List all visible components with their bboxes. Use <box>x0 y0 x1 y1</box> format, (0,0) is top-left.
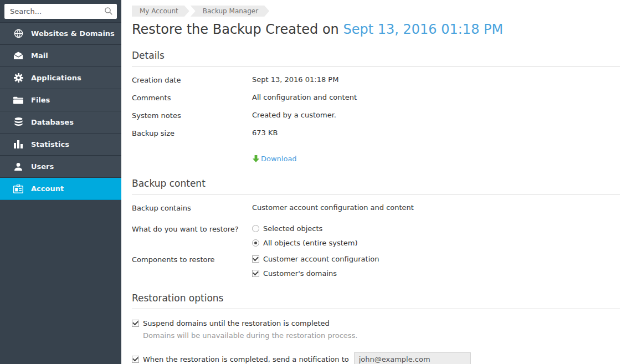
detail-row-system-notes: System notes Created by a customer. <box>132 111 620 120</box>
download-link-text[interactable]: Download <box>261 155 297 163</box>
checkbox-account-config[interactable] <box>252 255 259 263</box>
sidebar: Websites & Domains Mail Applications Fil… <box>0 0 121 364</box>
gear-icon <box>13 73 24 83</box>
folder-icon <box>13 95 24 105</box>
sidebar-nav: Websites & Domains Mail Applications Fil… <box>0 23 121 200</box>
radio-all-objects-row: All objects (entire system) <box>252 239 620 247</box>
sidebar-item-users[interactable]: Users <box>0 156 121 178</box>
main-content: My Account Backup Manager Restore the Ba… <box>121 0 621 364</box>
details-section: Details Creation date Sept 13, 2016 01:1… <box>132 50 620 163</box>
page-title-prefix: Restore the Backup Created on <box>132 22 343 37</box>
details-heading: Details <box>132 50 620 66</box>
sidebar-item-files[interactable]: Files <box>0 89 121 111</box>
backup-contains-label: Backup contains <box>132 203 252 212</box>
checkbox-account-config-label[interactable]: Customer account configuration <box>263 255 379 263</box>
sidebar-item-label: Files <box>31 96 50 104</box>
breadcrumb-backup-manager[interactable]: Backup Manager <box>191 6 269 17</box>
sidebar-item-label: Websites & Domains <box>31 29 115 38</box>
detail-row-comments: Comments All configuration and content <box>132 93 620 102</box>
sidebar-item-applications[interactable]: Applications <box>0 67 121 89</box>
sidebar-item-account[interactable]: Account <box>0 178 121 200</box>
detail-value: Created by a customer. <box>252 111 620 119</box>
checkbox-suspend-domains-label[interactable]: Suspend domains until the restoration is… <box>143 319 330 327</box>
sidebar-item-websites-domains[interactable]: Websites & Domains <box>0 23 121 45</box>
detail-row-creation-date: Creation date Sept 13, 2016 01:18 PM <box>132 75 620 84</box>
checkbox-suspend-domains[interactable] <box>132 320 139 327</box>
sidebar-item-label: Users <box>31 162 54 171</box>
database-icon <box>13 117 24 127</box>
backup-contains-row: Backup contains Customer account configu… <box>132 203 620 212</box>
breadcrumb: My Account Backup Manager <box>132 6 620 17</box>
page-title: Restore the Backup Created on Sept 13, 2… <box>132 22 620 37</box>
notification-email-input[interactable] <box>354 352 471 364</box>
restoration-options-section: Restoration options Suspend domains unti… <box>132 293 620 364</box>
checkbox-account-config-row: Customer account configuration <box>252 255 620 263</box>
sidebar-item-label: Account <box>31 184 64 193</box>
search-input[interactable] <box>4 4 117 19</box>
download-arrow-icon <box>252 155 260 163</box>
restore-scope-label: What do you want to restore? <box>132 224 252 233</box>
checkbox-send-notification-label[interactable]: When the restoration is completed, send … <box>143 355 349 363</box>
backup-contains-value: Customer account configuration and conte… <box>252 203 620 212</box>
id-card-icon <box>13 184 24 194</box>
radio-selected-objects-row: Selected objects <box>252 224 620 233</box>
sidebar-item-mail[interactable]: Mail <box>0 45 121 67</box>
download-link[interactable]: Download <box>252 155 297 163</box>
sidebar-item-label: Applications <box>31 74 81 82</box>
detail-label: System notes <box>132 111 252 120</box>
detail-value: Sept 13, 2016 01:18 PM <box>252 75 620 84</box>
checkbox-send-notification[interactable] <box>132 356 139 363</box>
radio-selected-objects-label[interactable]: Selected objects <box>263 224 322 233</box>
breadcrumb-my-account[interactable]: My Account <box>132 6 189 17</box>
detail-label: Comments <box>132 93 252 102</box>
search-icon[interactable] <box>104 7 113 17</box>
checkbox-customer-domains[interactable] <box>252 270 259 277</box>
radio-selected-objects[interactable] <box>252 225 259 232</box>
globe-icon <box>13 29 24 39</box>
radio-all-objects-label[interactable]: All objects (entire system) <box>263 239 358 247</box>
sidebar-item-databases[interactable]: Databases <box>0 111 121 134</box>
user-icon <box>13 162 24 172</box>
radio-all-objects[interactable] <box>252 239 259 247</box>
backup-content-section: Backup content Backup contains Customer … <box>132 178 620 278</box>
detail-row-backup-size: Backup size 673 KB <box>132 129 620 137</box>
suspend-option-block: Suspend domains until the restoration is… <box>132 319 620 340</box>
detail-label: Backup size <box>132 129 252 137</box>
mail-icon <box>13 51 24 61</box>
detail-label: Creation date <box>132 75 252 84</box>
restore-scope-row: What do you want to restore? Selected ob… <box>132 224 620 247</box>
sidebar-item-label: Databases <box>31 118 74 126</box>
suspend-hint-text: Domains will be unavailable during the r… <box>143 331 620 340</box>
components-row: Components to restore Customer account c… <box>132 255 620 278</box>
page-title-date: Sept 13, 2016 01:18 PM <box>343 22 503 37</box>
components-label: Components to restore <box>132 255 252 264</box>
sidebar-item-statistics[interactable]: Statistics <box>0 134 121 156</box>
checkbox-customer-domains-row: Customer's domains <box>252 269 620 278</box>
sidebar-search <box>0 0 121 23</box>
sidebar-item-label: Mail <box>31 52 48 60</box>
bar-chart-icon <box>13 140 24 150</box>
checkbox-customer-domains-label[interactable]: Customer's domains <box>263 269 337 278</box>
backup-content-heading: Backup content <box>132 178 620 194</box>
detail-value: All configuration and content <box>252 93 620 101</box>
sidebar-item-label: Statistics <box>31 140 69 148</box>
restoration-options-heading: Restoration options <box>132 293 620 309</box>
notify-option-block: When the restoration is completed, send … <box>132 352 620 364</box>
download-row-wrap: Download <box>132 146 620 163</box>
detail-value: 673 KB <box>252 129 620 137</box>
